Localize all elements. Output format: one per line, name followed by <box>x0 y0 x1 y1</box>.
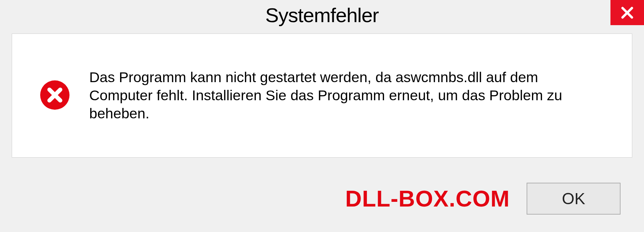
content-panel: Das Programm kann nicht gestartet werden… <box>12 34 632 158</box>
close-icon <box>620 6 634 20</box>
dialog-footer: DLL-BOX.COM OK <box>0 165 644 232</box>
ok-button[interactable]: OK <box>527 183 621 215</box>
titlebar: Systemfehler <box>0 0 644 30</box>
dialog-title: Systemfehler <box>265 4 379 27</box>
watermark-text: DLL-BOX.COM <box>345 185 510 212</box>
error-icon <box>39 79 71 112</box>
error-dialog: Systemfehler Das Programm kann nicht ges… <box>0 0 644 232</box>
close-button[interactable] <box>610 0 644 25</box>
error-message: Das Programm kann nicht gestartet werden… <box>89 68 615 122</box>
